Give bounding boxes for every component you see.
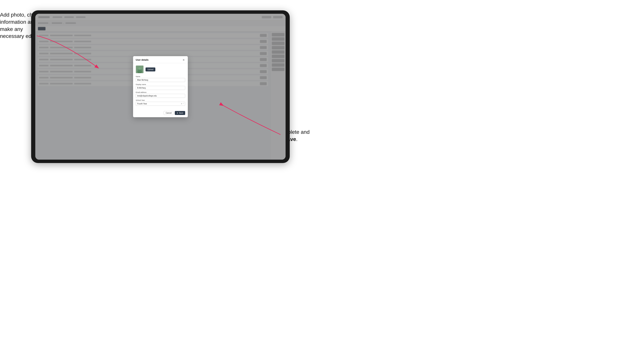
chevron-down-icon: ⌃ [183,103,184,105]
display-name-field-group: Display name [136,83,185,90]
email-label: Email address [136,91,185,93]
display-name-input[interactable] [136,86,185,90]
school-year-select-wrapper: Fourth Year ✕ ⌃ [136,102,185,106]
photo-preview [136,65,144,73]
cancel-button[interactable]: Cancel [164,111,174,115]
tablet-frame: › › [31,10,290,163]
save-label: Save [179,112,183,114]
svg-rect-4 [138,67,141,70]
annotation-right-period: . [296,136,298,142]
school-year-select[interactable]: Fourth Year [136,102,185,106]
svg-rect-3 [138,69,142,72]
school-year-field-group: School Year Fourth Year ✕ ⌃ [136,99,185,106]
modal-title: User details [136,59,148,61]
modal-footer: Cancel ⬆ Save [133,110,188,117]
display-name-label: Display name [136,83,185,85]
save-icon: ⬆ [177,112,178,114]
tablet-screen: › › [35,14,286,160]
select-icons: ✕ ⌃ [181,103,184,105]
email-input[interactable] [136,94,185,98]
upload-button[interactable]: Upload [146,67,155,71]
user-photo [136,66,144,73]
name-input[interactable] [136,78,185,82]
name-label: Name [136,76,185,77]
select-clear-icon[interactable]: ✕ [181,103,182,105]
user-details-modal: User details ✕ [133,56,188,117]
close-icon[interactable]: ✕ [182,58,185,61]
email-field-group: Email address [136,91,185,98]
photo-row: Upload [136,65,185,73]
modal-overlay: User details ✕ [35,14,286,160]
school-year-label: School Year [136,99,185,101]
modal-header: User details ✕ [133,56,188,63]
name-field-group: Name [136,76,185,82]
save-button[interactable]: ⬆ Save [175,111,185,115]
modal-body: Upload Name Display name Email addre [133,63,188,110]
